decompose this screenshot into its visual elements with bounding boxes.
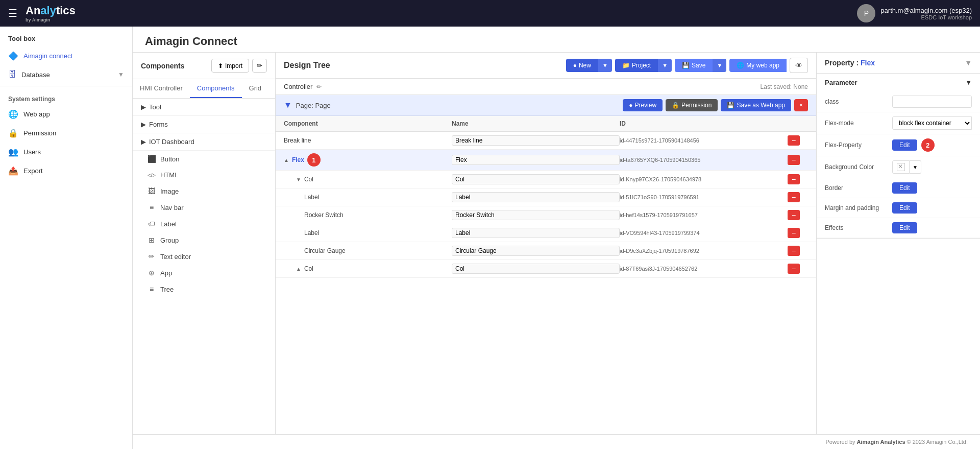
remove-row-button[interactable]: − bbox=[788, 174, 800, 184]
collapse-page-icon[interactable]: ▼ bbox=[284, 101, 292, 110]
table-row[interactable]: Break line id-44715s9721-1705904148456 − bbox=[276, 132, 816, 150]
preview-toggle-button[interactable]: 👁 bbox=[790, 58, 808, 73]
sidebar-item-permission[interactable]: 🔒 Permission bbox=[0, 124, 132, 143]
sidebar-item-web-app[interactable]: 🌐 Web app bbox=[0, 105, 132, 124]
row-name-input[interactable] bbox=[452, 264, 620, 274]
border-edit-button[interactable]: Edit bbox=[892, 182, 917, 194]
permission-button[interactable]: 🔒 Permission bbox=[666, 99, 718, 111]
remove-row-button[interactable]: − bbox=[788, 192, 800, 202]
flex-mode-label: Flex-mode bbox=[825, 120, 886, 127]
hamburger-icon[interactable]: ☰ bbox=[8, 7, 17, 19]
remove-row-button[interactable]: − bbox=[788, 228, 800, 238]
sidebar-item-users[interactable]: 👥 Users bbox=[0, 143, 132, 161]
collapse-icon[interactable]: ▼ bbox=[296, 177, 301, 182]
row-id-label: id-VO9594hl43-1705919799374 bbox=[620, 230, 788, 236]
row-name-input[interactable] bbox=[452, 155, 620, 165]
remove-row-button[interactable]: − bbox=[788, 210, 800, 220]
page-label: Page: Page bbox=[296, 102, 331, 109]
chevron-down-icon[interactable]: ▼ bbox=[965, 59, 972, 67]
background-color-button[interactable] bbox=[892, 160, 910, 174]
new-dropdown-button[interactable]: ▼ bbox=[598, 59, 612, 72]
sidebar-item-aimagin-connect[interactable]: 🔷 Aimagin connect bbox=[0, 46, 132, 65]
edit-controller-icon[interactable]: ✏ bbox=[316, 83, 322, 90]
remove-row-button[interactable]: − bbox=[788, 135, 800, 146]
remove-row-button[interactable]: − bbox=[788, 264, 800, 274]
table-row[interactable]: Circular Gauge id-D9c3aXZbjq-17059197876… bbox=[276, 242, 816, 260]
save-dropdown-button[interactable]: ▼ bbox=[713, 59, 726, 72]
margin-padding-edit-button[interactable]: Edit bbox=[892, 202, 917, 214]
table-row[interactable]: Label id-VO9594hl43-1705919799374 − bbox=[276, 224, 816, 242]
flex-mode-select[interactable]: block flex container bbox=[892, 116, 972, 130]
comp-item-nav-bar[interactable]: ≡ Nav bar bbox=[133, 199, 275, 216]
import-button[interactable]: ⬆ Import bbox=[211, 59, 249, 73]
tab-hmi-controller[interactable]: HMI Controller bbox=[133, 79, 190, 98]
flex-badge: 1 bbox=[307, 153, 321, 167]
collapse-icon[interactable]: ▲ bbox=[284, 157, 289, 163]
preview-button[interactable]: ● Preview bbox=[623, 99, 663, 111]
table-row[interactable]: Rocker Switch id-hef14s1579-170591979165… bbox=[276, 206, 816, 224]
project-button[interactable]: 📁 Project bbox=[615, 59, 658, 72]
comp-item-group[interactable]: ⊞ Group bbox=[133, 232, 275, 248]
tab-grid[interactable]: Grid bbox=[242, 79, 269, 98]
effects-edit-button[interactable]: Edit bbox=[892, 222, 917, 233]
my-web-app-button[interactable]: 🌐 My web app bbox=[729, 59, 787, 72]
comp-item-html[interactable]: </> HTML bbox=[133, 167, 275, 183]
sidebar-item-label: Permission bbox=[23, 129, 56, 137]
new-button[interactable]: ● New bbox=[566, 59, 598, 72]
comp-item-app[interactable]: ⊕ App bbox=[133, 265, 275, 281]
class-input[interactable] bbox=[892, 96, 972, 108]
button-icon: ⬛ bbox=[147, 155, 156, 163]
parameter-section-header[interactable]: Parameter ▼ bbox=[817, 74, 980, 91]
row-name-input[interactable] bbox=[452, 135, 620, 146]
property-row-border: Border Edit bbox=[817, 178, 980, 198]
page-title-bar: Aimagin Connect bbox=[133, 27, 980, 53]
edit-button[interactable]: ✏ bbox=[252, 59, 267, 73]
collapse-icon[interactable]: ▲ bbox=[296, 266, 301, 272]
last-saved-label: Last saved: None bbox=[761, 83, 808, 90]
page-bar: ▼ Page: Page ● Preview 🔒 Permission 💾 bbox=[276, 95, 816, 116]
comp-group-tool[interactable]: ▶ Tool bbox=[133, 99, 275, 115]
tab-components[interactable]: Components bbox=[190, 79, 242, 98]
row-id-label: id-Knyp97CX26-1705904634978 bbox=[620, 176, 788, 182]
table-row[interactable]: ▲ Flex 1 id-ta6765YXQ6-1705904150365 − bbox=[276, 150, 816, 171]
flex-property-edit-button[interactable]: Edit bbox=[892, 139, 917, 151]
row-name-input[interactable] bbox=[452, 174, 620, 184]
page-title: Aimagin Connect bbox=[145, 35, 968, 48]
close-page-button[interactable]: × bbox=[794, 99, 808, 111]
sidebar-item-database[interactable]: 🗄 Database ▼ bbox=[0, 65, 132, 84]
project-dropdown-button[interactable]: ▼ bbox=[658, 59, 672, 72]
save-as-web-app-button[interactable]: 💾 Save as Web app bbox=[721, 99, 791, 111]
row-component-label: Label bbox=[304, 229, 319, 237]
comp-item-text-editor[interactable]: ✏ Text editor bbox=[133, 248, 275, 265]
parameter-section: Parameter ▼ class Flex-mode bbox=[817, 74, 980, 239]
property-row-flex-mode: Flex-mode block flex container bbox=[817, 112, 980, 134]
sidebar-item-export[interactable]: 📤 Export bbox=[0, 161, 132, 180]
row-name-input[interactable] bbox=[452, 192, 620, 202]
text-editor-icon: ✏ bbox=[147, 252, 156, 261]
comp-group-forms[interactable]: ▶ Forms bbox=[133, 116, 275, 133]
row-name-input[interactable] bbox=[452, 210, 620, 220]
controller-bar: Controller ✏ Last saved: None bbox=[276, 79, 816, 95]
property-panel: Property : Flex ▼ Parameter ▼ class bbox=[817, 53, 980, 434]
comp-item-image[interactable]: 🖼 Image bbox=[133, 183, 275, 199]
row-name-input[interactable] bbox=[452, 228, 620, 238]
remove-row-button[interactable]: − bbox=[788, 155, 800, 165]
margin-padding-label: Margin and padding bbox=[825, 204, 886, 211]
comp-group-iot-dashboard[interactable]: ▶ IOT Dashboard bbox=[133, 133, 275, 150]
save-button[interactable]: 💾 Save bbox=[675, 59, 713, 72]
comp-item-label[interactable]: 🏷 Label bbox=[133, 216, 275, 232]
col-id: ID bbox=[620, 120, 788, 127]
table-row[interactable]: Label id-51lC71oS90-1705919796591 − bbox=[276, 188, 816, 206]
remove-row-button[interactable]: − bbox=[788, 246, 800, 256]
row-component-label: Label bbox=[304, 194, 319, 201]
table-row[interactable]: ▼ Col id-Knyp97CX26-1705904634978 − bbox=[276, 171, 816, 188]
row-id-label: id-51lC71oS90-1705919796591 bbox=[620, 194, 788, 200]
table-row[interactable]: ▲ Col id-87T69asi3J-1705904652762 − bbox=[276, 260, 816, 278]
bg-color-dropdown-button[interactable]: ▼ bbox=[910, 160, 921, 174]
image-icon: 🖼 bbox=[147, 187, 156, 195]
comp-item-tree[interactable]: ≡ Tree bbox=[133, 281, 275, 297]
row-name-input[interactable] bbox=[452, 246, 620, 256]
comp-item-button[interactable]: ⬛ Button bbox=[133, 151, 275, 167]
save-button-group: 💾 Save ▼ bbox=[675, 59, 726, 72]
row-id-label: id-87T69asi3J-1705904652762 bbox=[620, 266, 788, 272]
